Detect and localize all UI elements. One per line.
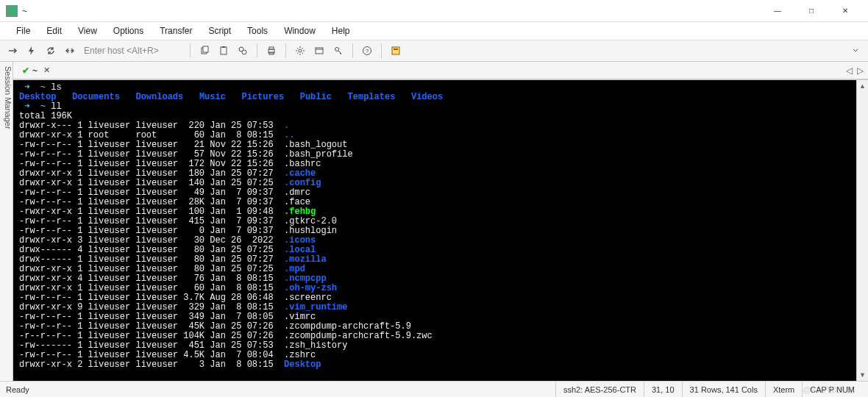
help-icon[interactable]: ? [359,43,375,59]
paste-icon[interactable] [216,43,232,59]
copy-icon[interactable] [196,43,213,59]
menu-edit[interactable]: Edit [39,24,69,38]
status-size: 31 Rows, 141 Cols [682,382,765,397]
settings-icon[interactable] [292,43,308,59]
menu-script[interactable]: Script [201,24,238,38]
close-button[interactable]: ✕ [828,0,862,22]
toolbar-dropdown-icon[interactable] [847,43,864,59]
menu-tools[interactable]: Tools [240,24,275,38]
menu-file[interactable]: File [9,24,38,38]
status-caps: CAP P NUM [802,382,862,397]
separator [352,43,353,58]
separator [381,43,382,58]
quick-connect-icon[interactable] [24,43,40,59]
session-options-icon[interactable] [311,43,327,59]
status-cipher: ssh2: AES-256-CTR [555,382,644,397]
workspace: ✔ ~ ✕ ◁ ▷ ➜ ~ lsDesktop Documents Downlo… [13,62,868,381]
svg-rect-3 [222,46,225,48]
toolbar: Enter host <Alt+R> ? [0,40,868,62]
reconnect-icon[interactable] [43,43,59,59]
session-manager-sidebar[interactable]: Session Manager [0,62,13,381]
svg-point-5 [242,50,246,54]
svg-rect-16 [394,49,398,50]
tab-bar: ✔ ~ ✕ ◁ ▷ [13,62,868,79]
session-manager-icon[interactable] [388,43,404,59]
status-ready: Ready [6,385,29,394]
minimize-button[interactable]: — [761,0,794,22]
menu-window[interactable]: Window [277,24,323,38]
connect-icon[interactable] [4,43,21,59]
tab-prev-icon[interactable]: ◁ [846,65,853,76]
svg-text:?: ? [366,48,369,54]
scrollbar[interactable]: ▲ ▼ [856,80,868,381]
connected-check-icon: ✔ [22,65,29,76]
find-icon[interactable] [235,43,251,59]
menu-view[interactable]: View [71,24,104,38]
scroll-up-icon[interactable]: ▲ [857,80,868,92]
svg-rect-1 [203,46,208,52]
menu-bar: File Edit View Options Transfer Script T… [0,22,868,40]
tab-nav: ◁ ▷ [846,65,864,76]
svg-rect-15 [392,47,399,54]
status-cursor: 31, 10 [644,382,682,397]
status-bar: Ready ssh2: AES-256-CTR 31, 10 31 Rows, … [0,381,868,397]
window-title: ~ [22,6,761,16]
separator [190,43,191,58]
menu-options[interactable]: Options [106,24,151,38]
svg-rect-2 [221,47,227,54]
maximize-button[interactable]: □ [794,0,828,22]
tab-close-icon[interactable]: ✕ [43,65,50,75]
terminal-wrap: ➜ ~ lsDesktop Documents Downloads Music … [13,79,868,381]
scroll-track[interactable] [857,92,868,369]
separator [257,43,257,58]
menu-help[interactable]: Help [324,24,357,38]
scroll-down-icon[interactable]: ▼ [857,369,868,381]
menu-transfer[interactable]: Transfer [152,24,199,38]
key-icon[interactable] [330,43,346,59]
app-icon [6,5,18,17]
svg-point-9 [299,49,302,52]
title-bar: ~ — □ ✕ [0,0,868,22]
print-icon[interactable] [263,43,280,59]
svg-point-12 [335,48,339,51]
status-emulation: Xterm [765,382,802,397]
tab-next-icon[interactable]: ▷ [857,65,864,76]
svg-rect-7 [269,47,274,49]
host-input[interactable]: Enter host <Alt+R> [81,44,184,57]
terminal[interactable]: ➜ ~ lsDesktop Documents Downloads Music … [13,80,856,381]
mid-area: Session Manager ✔ ~ ✕ ◁ ▷ ➜ ~ lsDesktop … [0,62,868,381]
tab-label: ~ [32,65,38,76]
session-tab[interactable]: ✔ ~ ✕ [18,64,54,77]
svg-rect-10 [316,48,323,54]
disconnect-icon[interactable] [62,43,78,59]
separator [285,43,286,58]
